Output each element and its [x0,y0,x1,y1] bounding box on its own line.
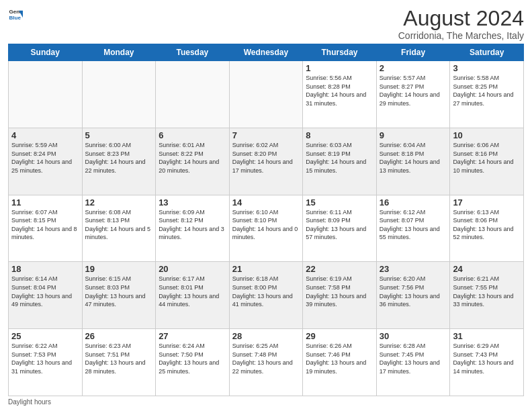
calendar-cell [229,61,303,128]
logo: General Blue [8,7,23,21]
day-number: 13 [159,197,226,208]
footer-note: Daylight hours [8,398,524,406]
page: General Blue August 2024 Corridonia, The… [0,0,532,411]
day-number: 21 [232,264,300,274]
day-number: 6 [159,130,226,140]
day-header-sunday: Sunday [9,44,83,61]
calendar-week-row: 4Sunrise: 5:59 AM Sunset: 8:24 PM Daylig… [9,128,524,195]
day-number: 9 [380,130,447,140]
day-info: Sunrise: 6:29 AM Sunset: 7:43 PM Dayligh… [453,342,521,375]
calendar-cell: 1Sunrise: 5:56 AM Sunset: 8:28 PM Daylig… [303,61,377,128]
day-info: Sunrise: 6:25 AM Sunset: 7:48 PM Dayligh… [232,342,300,375]
day-info: Sunrise: 5:59 AM Sunset: 8:24 PM Dayligh… [11,141,79,175]
day-number: 16 [380,197,447,208]
day-info: Sunrise: 5:58 AM Sunset: 8:25 PM Dayligh… [453,74,521,107]
calendar-cell: 30Sunrise: 6:28 AM Sunset: 7:45 PM Dayli… [376,329,450,396]
subtitle: Corridonia, The Marches, Italy [398,30,524,41]
day-number: 20 [159,264,226,274]
calendar-cell: 8Sunrise: 6:03 AM Sunset: 8:19 PM Daylig… [303,128,377,195]
day-number: 29 [306,331,373,341]
day-info: Sunrise: 5:57 AM Sunset: 8:27 PM Dayligh… [380,74,447,107]
day-number: 8 [306,130,373,140]
day-header-saturday: Saturday [450,44,524,61]
calendar-week-row: 11Sunrise: 6:07 AM Sunset: 8:15 PM Dayli… [9,195,524,262]
day-info: Sunrise: 6:11 AM Sunset: 8:09 PM Dayligh… [306,208,373,242]
day-info: Sunrise: 6:15 AM Sunset: 8:03 PM Dayligh… [85,275,153,308]
day-number: 7 [232,130,300,140]
day-info: Sunrise: 6:08 AM Sunset: 8:13 PM Dayligh… [85,208,153,242]
calendar-header-row: SundayMondayTuesdayWednesdayThursdayFrid… [9,44,524,61]
logo-icon: General Blue [8,7,23,21]
calendar-cell: 20Sunrise: 6:17 AM Sunset: 8:01 PM Dayli… [156,262,230,329]
day-number: 4 [11,130,79,140]
day-header-tuesday: Tuesday [156,44,230,61]
calendar-cell: 7Sunrise: 6:02 AM Sunset: 8:20 PM Daylig… [229,128,303,195]
calendar-cell: 28Sunrise: 6:25 AM Sunset: 7:48 PM Dayli… [229,329,303,396]
day-number: 24 [453,264,521,274]
calendar-week-row: 18Sunrise: 6:14 AM Sunset: 8:04 PM Dayli… [9,262,524,329]
calendar-cell: 24Sunrise: 6:21 AM Sunset: 7:55 PM Dayli… [450,262,524,329]
day-info: Sunrise: 6:17 AM Sunset: 8:01 PM Dayligh… [159,275,226,308]
calendar-cell: 23Sunrise: 6:20 AM Sunset: 7:56 PM Dayli… [376,262,450,329]
day-info: Sunrise: 6:03 AM Sunset: 8:19 PM Dayligh… [306,141,373,175]
day-number: 26 [85,331,153,341]
day-number: 23 [380,264,447,274]
day-info: Sunrise: 6:06 AM Sunset: 8:16 PM Dayligh… [453,141,521,175]
calendar-cell: 4Sunrise: 5:59 AM Sunset: 8:24 PM Daylig… [9,128,83,195]
svg-text:Blue: Blue [9,15,21,21]
calendar-cell: 11Sunrise: 6:07 AM Sunset: 8:15 PM Dayli… [9,195,83,262]
calendar-table: SundayMondayTuesdayWednesdayThursdayFrid… [8,44,524,396]
day-info: Sunrise: 6:23 AM Sunset: 7:51 PM Dayligh… [85,342,153,375]
day-info: Sunrise: 6:07 AM Sunset: 8:15 PM Dayligh… [11,208,79,242]
day-header-wednesday: Wednesday [229,44,303,61]
calendar-week-row: 1Sunrise: 5:56 AM Sunset: 8:28 PM Daylig… [9,61,524,128]
day-info: Sunrise: 6:18 AM Sunset: 8:00 PM Dayligh… [232,275,300,308]
day-number: 19 [85,264,153,274]
day-info: Sunrise: 6:09 AM Sunset: 8:12 PM Dayligh… [159,208,226,242]
day-info: Sunrise: 6:12 AM Sunset: 8:07 PM Dayligh… [380,208,447,242]
day-number: 18 [11,264,79,274]
calendar-cell: 19Sunrise: 6:15 AM Sunset: 8:03 PM Dayli… [82,262,156,329]
day-number: 25 [11,331,79,341]
day-info: Sunrise: 6:14 AM Sunset: 8:04 PM Dayligh… [11,275,79,308]
day-header-thursday: Thursday [303,44,377,61]
day-info: Sunrise: 6:02 AM Sunset: 8:20 PM Dayligh… [232,141,300,175]
day-header-monday: Monday [82,44,156,61]
calendar-cell: 29Sunrise: 6:26 AM Sunset: 7:46 PM Dayli… [303,329,377,396]
day-number: 30 [380,331,447,341]
day-info: Sunrise: 6:21 AM Sunset: 7:55 PM Dayligh… [453,275,521,308]
day-number: 22 [306,264,373,274]
day-number: 12 [85,197,153,208]
calendar-cell: 5Sunrise: 6:00 AM Sunset: 8:23 PM Daylig… [82,128,156,195]
main-title: August 2024 [398,7,524,30]
day-info: Sunrise: 6:13 AM Sunset: 8:06 PM Dayligh… [453,208,521,242]
calendar-cell: 2Sunrise: 5:57 AM Sunset: 8:27 PM Daylig… [376,61,450,128]
calendar-cell [9,61,83,128]
calendar-cell: 27Sunrise: 6:24 AM Sunset: 7:50 PM Dayli… [156,329,230,396]
calendar-cell: 22Sunrise: 6:19 AM Sunset: 7:58 PM Dayli… [303,262,377,329]
day-header-friday: Friday [376,44,450,61]
calendar-cell: 18Sunrise: 6:14 AM Sunset: 8:04 PM Dayli… [9,262,83,329]
calendar-cell: 25Sunrise: 6:22 AM Sunset: 7:53 PM Dayli… [9,329,83,396]
calendar-cell: 6Sunrise: 6:01 AM Sunset: 8:22 PM Daylig… [156,128,230,195]
day-info: Sunrise: 6:04 AM Sunset: 8:18 PM Dayligh… [380,141,447,175]
day-number: 28 [232,331,300,341]
day-number: 3 [453,63,521,73]
day-info: Sunrise: 6:26 AM Sunset: 7:46 PM Dayligh… [306,342,373,375]
day-number: 11 [11,197,79,208]
day-number: 17 [453,197,521,208]
day-number: 14 [232,197,300,208]
calendar-cell: 31Sunrise: 6:29 AM Sunset: 7:43 PM Dayli… [450,329,524,396]
calendar-cell: 10Sunrise: 6:06 AM Sunset: 8:16 PM Dayli… [450,128,524,195]
calendar-cell: 26Sunrise: 6:23 AM Sunset: 7:51 PM Dayli… [82,329,156,396]
calendar-cell: 14Sunrise: 6:10 AM Sunset: 8:10 PM Dayli… [229,195,303,262]
calendar-cell: 12Sunrise: 6:08 AM Sunset: 8:13 PM Dayli… [82,195,156,262]
day-number: 27 [159,331,226,341]
day-info: Sunrise: 6:24 AM Sunset: 7:50 PM Dayligh… [159,342,226,375]
calendar-cell: 13Sunrise: 6:09 AM Sunset: 8:12 PM Dayli… [156,195,230,262]
header: General Blue August 2024 Corridonia, The… [8,7,524,41]
day-number: 15 [306,197,373,208]
day-info: Sunrise: 6:19 AM Sunset: 7:58 PM Dayligh… [306,275,373,308]
day-number: 10 [453,130,521,140]
day-info: Sunrise: 5:56 AM Sunset: 8:28 PM Dayligh… [306,74,373,107]
